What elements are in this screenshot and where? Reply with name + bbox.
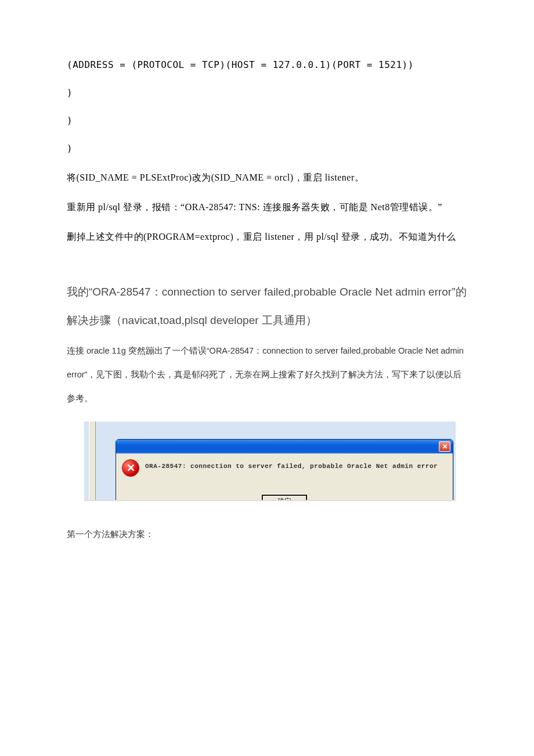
intro-paragraph: 连接 oracle 11g 突然蹦出了一个错误“ORA-28547：connec…: [67, 339, 467, 410]
dialog-message: ORA-28547: connection to server failed, …: [145, 459, 438, 470]
instruction-paragraph: 将(SID_NAME = PLSExtProc)改为(SID_NAME = or…: [67, 170, 467, 185]
code-line: (ADDRESS = (PROTOCOL = TCP)(HOST = 127.0…: [67, 58, 467, 72]
instruction-paragraph: 删掉上述文件中的(PROGRAM=extproc)，重启 listener，用 …: [67, 229, 467, 244]
code-close-paren: ): [67, 114, 467, 128]
dialog-body: ✕ ORA-28547: connection to server failed…: [116, 453, 453, 495]
ok-button[interactable]: 确定: [262, 495, 306, 500]
error-dialog-window: ✕ ✕ ORA-28547: connection to server fail…: [116, 439, 453, 500]
code-close-paren: ): [67, 142, 467, 156]
close-icon[interactable]: ✕: [439, 441, 450, 452]
document-page: (ADDRESS = (PROTOCOL = TCP)(HOST = 127.0…: [0, 0, 534, 756]
error-icon: ✕: [122, 459, 139, 477]
instruction-paragraph: 重新用 pl/sql 登录，报错：“ORA-28547: TNS: 连接服务器失…: [67, 199, 467, 215]
dialog-titlebar: ✕: [116, 440, 453, 453]
error-dialog-screenshot: ✕ ✕ ORA-28547: connection to server fail…: [84, 422, 456, 501]
section-heading: 我的“ORA-28547：connection to server failed…: [67, 278, 467, 335]
screenshot-backdrop: ✕ ✕ ORA-28547: connection to server fail…: [84, 422, 456, 500]
section-subheading: 第一个方法解决方案：: [67, 529, 467, 540]
pane-edge: [89, 422, 96, 500]
code-close-paren: ): [67, 86, 467, 100]
screenshot-bottom-strip: [84, 500, 456, 501]
